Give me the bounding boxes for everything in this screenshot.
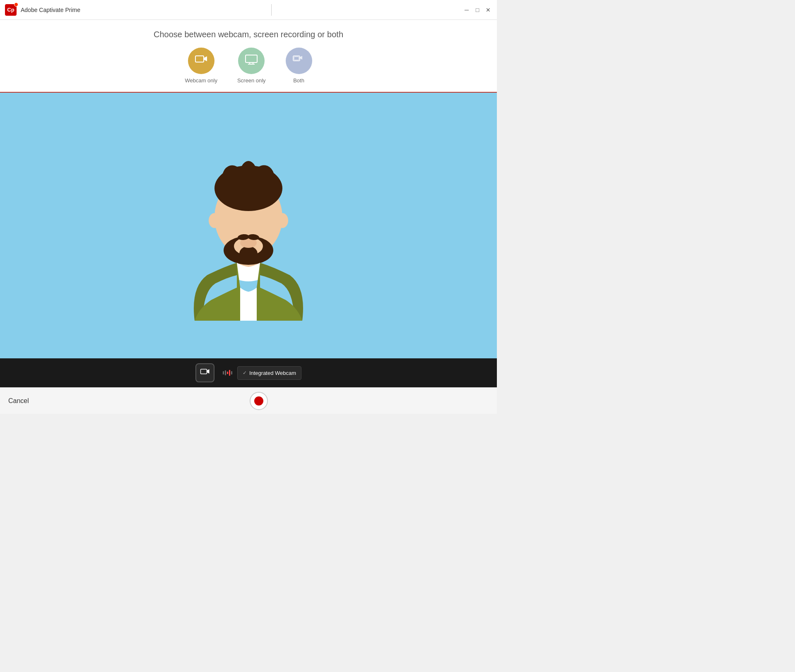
action-bar: Cancel [0, 387, 497, 414]
options-row: Webcam only Screen only [185, 48, 312, 84]
audio-bar-3 [227, 372, 228, 374]
audio-bar-5 [231, 371, 232, 374]
svg-point-17 [277, 213, 288, 228]
app-icon-text: Cp [7, 7, 14, 13]
webcam-preview [0, 93, 497, 358]
screen-circle [238, 48, 265, 74]
svg-rect-8 [294, 57, 299, 60]
main-content: Choose between webcam, screen recording … [0, 20, 497, 387]
titlebar-left: Cp Adobe Captivate Prime [5, 4, 80, 16]
record-button[interactable] [250, 392, 268, 410]
option-screen[interactable]: Screen only [237, 48, 266, 84]
cancel-button[interactable]: Cancel [8, 397, 29, 405]
audio-bar-1 [223, 371, 224, 374]
svg-rect-2 [246, 55, 257, 62]
svg-marker-25 [207, 369, 209, 374]
close-button[interactable]: ✕ [484, 6, 492, 14]
audio-indicator [223, 370, 232, 376]
both-label: Both [293, 77, 304, 84]
screen-icon [245, 55, 258, 67]
webcam-circle [188, 48, 214, 74]
maximize-button[interactable]: □ [474, 6, 481, 14]
selection-area: Choose between webcam, screen recording … [0, 20, 497, 93]
camera-icon [200, 368, 210, 378]
selection-title: Choose between webcam, screen recording … [154, 30, 343, 39]
titlebar: Cp Adobe Captivate Prime ─ □ ✕ [0, 0, 497, 20]
svg-rect-0 [195, 56, 204, 62]
titlebar-controls: ─ □ ✕ [463, 6, 492, 14]
option-webcam[interactable]: Webcam only [185, 48, 217, 84]
svg-point-20 [239, 246, 258, 261]
app-title: Adobe Captivate Prime [21, 7, 80, 13]
audio-bar-2 [225, 370, 226, 375]
svg-marker-1 [204, 56, 207, 61]
avatar-illustration [170, 130, 327, 321]
both-icon [293, 55, 305, 67]
svg-rect-24 [200, 369, 207, 374]
webcam-icon [195, 55, 207, 67]
webcam-name-label: Integrated Webcam [249, 370, 296, 376]
svg-marker-7 [300, 56, 302, 60]
camera-toggle-button[interactable] [195, 363, 214, 382]
titlebar-divider [271, 4, 272, 16]
both-circle [286, 48, 312, 74]
svg-point-16 [209, 213, 220, 228]
app-icon-badge [14, 2, 18, 7]
minimize-button[interactable]: ─ [463, 6, 470, 14]
checkmark-icon: ✓ [243, 370, 247, 376]
screen-label: Screen only [237, 77, 266, 84]
webcam-menu[interactable]: ✓ Integrated Webcam [237, 366, 301, 380]
record-dot [254, 396, 263, 406]
webcam-label: Webcam only [185, 77, 217, 84]
option-both[interactable]: Both [286, 48, 312, 84]
toolbar-area: ✓ Integrated Webcam [0, 358, 497, 387]
app-icon: Cp [5, 4, 17, 16]
audio-bar-4 [229, 370, 230, 376]
